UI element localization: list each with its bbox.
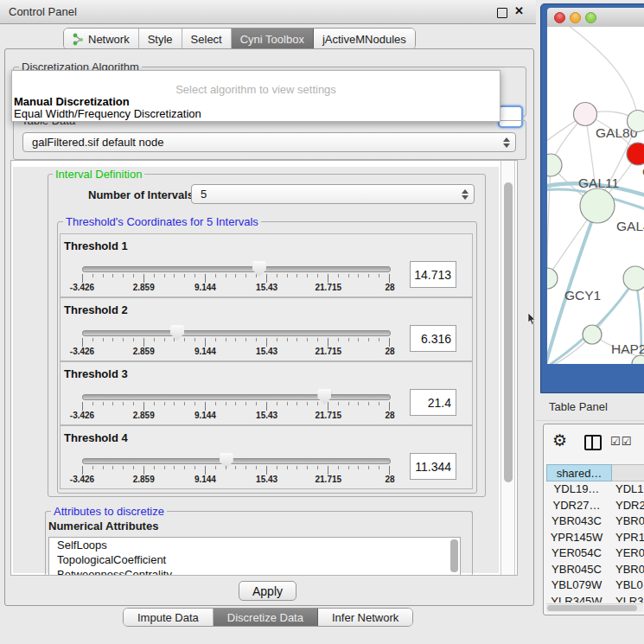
tab-discretize-data[interactable]: Discretize Data [214,609,318,626]
node-label: HAP2 [611,341,644,356]
threshold-slider-track[interactable] [82,266,391,272]
settings-scrollpane: Interval Definition Number of Intervals … [10,160,518,576]
select-checkboxes-icon[interactable]: ☑☑ [610,435,632,448]
horizontal-scrollbar[interactable] [546,603,643,612]
tab-network[interactable]: Network [64,29,139,49]
slider-ticks [82,274,390,283]
close-traffic-light-icon[interactable] [554,12,565,23]
cell-name: YER0 [607,545,644,562]
slider-tick-labels: -3.426 2.859 9.144 15.43 21.715 28 [82,347,390,357]
list-item[interactable]: TopologicalCoefficient [49,552,460,567]
table-panel-card: ⚙ ☑☑ shared… na YDL19…YDL1YDR27…YDR2YBR0… [543,424,644,615]
column-header-shared-name[interactable]: shared… [546,464,612,481]
threshold-panel: Threshold 3 -3.426 2.859 9.144 15.43 21.… [60,361,473,425]
threshold-label: Threshold 2 [64,303,128,316]
tab-jactivemnodules[interactable]: jActiveMNodules [314,29,415,49]
group-title: Attributes to discretize [51,505,167,518]
gear-icon[interactable]: ⚙ [552,430,567,450]
threshold-slider-track[interactable] [82,394,391,400]
network-graph: GAL80GCGAL11GAL4GCY1HHAP2 [547,27,644,364]
tab-style[interactable]: Style [139,29,182,49]
threshold-panel: Threshold 1 -3.426 2.859 9.144 15.43 21.… [60,233,473,297]
cell-name: YBR0 [607,513,644,530]
cell-name: YDL1 [607,481,644,498]
cell-shared-name: YER054C [546,545,607,562]
control-panel: Control Panel ✕ Network Style Select Cyn… [0,0,536,644]
threshold-value-field[interactable]: 21.4 [410,389,456,416]
network-window-titlebar [547,8,644,28]
zoom-traffic-light-icon[interactable] [585,12,596,23]
cell-shared-name: YBL079W [546,577,607,594]
settings-content: Interval Definition Number of Intervals … [13,167,499,573]
list-item[interactable]: BetweennessCentrality [49,567,460,576]
tab-impute-data[interactable]: Impute Data [124,609,214,626]
attributes-group: Attributes to discretize Numerical Attri… [45,511,473,576]
network-canvas[interactable]: GAL80GCGAL11GAL4GCY1HHAP2 [547,27,644,364]
group-title: Interval Definition [53,168,144,181]
threshold-value-field[interactable]: 11.344 [410,453,456,480]
table-row[interactable]: YER054CYER0 [546,545,644,562]
threshold-slider-track[interactable] [82,330,391,336]
network-node[interactable] [632,355,644,364]
scrollbar-thumb[interactable] [547,605,637,611]
cell-name: YBR0 [607,562,644,578]
float-icon[interactable] [497,8,507,18]
threshold-value-field[interactable]: 6.316 [410,325,456,352]
network-node[interactable] [623,266,644,290]
network-node[interactable] [547,154,562,176]
columns-icon[interactable] [584,435,602,450]
table-row[interactable]: YLR345WYLR3 [546,594,644,603]
cell-shared-name: YLR345W [546,594,607,603]
attributes-list[interactable]: SelfLoops TopologicalCoefficient Between… [48,537,461,576]
numerical-attributes-label: Numerical Attributes [48,520,158,532]
minimize-traffic-light-icon[interactable] [570,12,581,23]
table-row[interactable]: YDR27…YDR2 [546,498,644,514]
combo-stepper-icon [462,189,469,200]
close-icon[interactable]: ✕ [514,4,524,17]
cell-name: YDR2 [607,498,644,514]
network-node[interactable] [547,268,558,289]
tab-select[interactable]: Select [182,29,232,49]
tab-cyni-toolbox[interactable]: Cyni Toolbox [232,29,314,49]
table-row[interactable]: YDL19…YDL1 [546,481,644,498]
cell-shared-name: YBR043C [546,513,607,530]
list-item[interactable]: SelfLoops [49,538,460,552]
combo-stepper-icon [503,137,510,148]
interval-definition-group: Interval Definition Number of Intervals … [48,174,486,497]
group-title: Threshold's Coordinates for 5 Intervals [63,215,261,228]
cell-name: YPR1 [607,530,644,546]
network-view-window[interactable]: GAL80GCGAL11GAL4GCY1HHAP2 [540,3,644,393]
slider-ticks [82,466,390,475]
network-node[interactable] [574,103,597,126]
list-scrollbar[interactable] [450,539,458,572]
network-icon [73,33,84,46]
control-panel-titlebar: Control Panel ✕ [0,0,536,24]
table-row[interactable]: YBR045CYBR0 [546,562,644,578]
threshold-value-field[interactable]: 14.713 [410,261,456,288]
top-tab-bar: Network Style Select Cyni Toolbox jActiv… [63,28,416,50]
tab-infer-network[interactable]: Infer Network [318,609,412,626]
column-header-name[interactable]: na [612,464,644,481]
mouse-cursor [527,313,537,326]
panel-title: Control Panel [9,5,77,18]
network-node[interactable] [627,143,644,165]
network-node[interactable] [580,188,615,223]
threshold-panel: Threshold 4 -3.426 2.859 9.144 15.43 21.… [60,425,473,489]
scrollbar-thumb[interactable] [504,182,513,482]
table-row[interactable]: YBL079WYBL0 [546,577,644,594]
dropdown-option-manual[interactable]: Manual Discretization [14,95,130,108]
threshold-slider-track[interactable] [82,458,391,464]
number-of-intervals-combobox[interactable]: 5 [191,184,475,204]
table-data-combobox[interactable]: galFiltered.sif default node [22,132,516,152]
apply-button[interactable]: Apply [239,581,296,601]
table-row[interactable]: YBR043CYBR0 [546,513,644,530]
network-node[interactable] [628,111,644,132]
table-row[interactable]: YPR145WYPR1 [546,530,644,546]
table-toolbar: ⚙ ☑☑ [544,424,644,459]
cell-shared-name: YBR045C [546,562,607,578]
threshold-label: Threshold 3 [64,367,128,380]
network-node[interactable] [583,325,602,344]
dropdown-option-equal-width[interactable]: Equal Width/Frequency Discretization [14,107,201,120]
threshold-label: Threshold 1 [64,239,128,252]
vertical-scrollbar[interactable] [501,161,515,575]
